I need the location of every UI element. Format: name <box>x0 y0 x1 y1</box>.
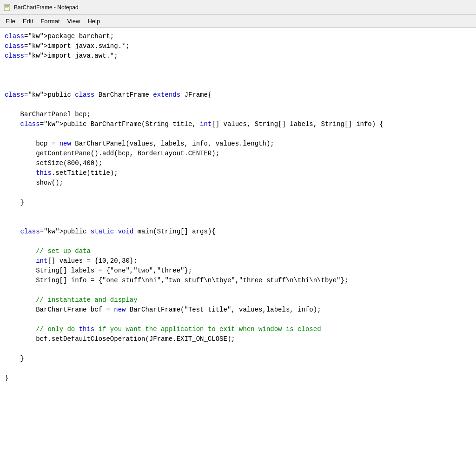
code-line: class="kw">import javax.swing.*; <box>5 41 471 51</box>
menu-bar: File Edit Format View Help <box>0 15 476 28</box>
svg-rect-2 <box>5 6 9 7</box>
code-line <box>5 217 471 227</box>
code-line: // instantiate and display <box>5 295 471 305</box>
code-line: String[] labels = {"one","two","three"}; <box>5 266 471 276</box>
code-line <box>5 315 471 325</box>
code-line: int[] values = {10,20,30}; <box>5 256 471 266</box>
svg-rect-1 <box>5 5 9 6</box>
code-line: String[] info = {"one stuff\nhi","two st… <box>5 276 471 285</box>
code-line: // only do this if you want the applicat… <box>5 325 471 334</box>
code-line: // set up data <box>5 246 471 256</box>
code-line <box>5 188 471 198</box>
code-line <box>5 285 471 295</box>
code-line <box>5 364 471 373</box>
menu-edit[interactable]: Edit <box>19 16 37 26</box>
notepad-icon <box>4 4 11 11</box>
code-line: BarChartFrame bcf = new BarChartFrame("T… <box>5 305 471 315</box>
code-line <box>5 237 471 246</box>
menu-view[interactable]: View <box>64 16 84 26</box>
code-line: bcf.setDefaultCloseOperation(JFrame.EXIT… <box>5 334 471 344</box>
menu-format[interactable]: Format <box>37 16 63 26</box>
title-bar-text: BarChartFrame - Notepad <box>14 4 79 11</box>
code-line: } <box>5 198 471 207</box>
code-editor[interactable]: class="kw">package barchart;class="kw">i… <box>0 28 476 458</box>
code-line <box>5 344 471 354</box>
code-line: class="kw">public static void main(Strin… <box>5 227 471 237</box>
code-line <box>5 129 471 139</box>
code-line <box>5 100 471 110</box>
code-line: bcp = new BarChartPanel(values, labels, … <box>5 139 471 149</box>
code-line: class="kw">public BarChartFrame(String t… <box>5 119 471 129</box>
code-line: show(); <box>5 178 471 188</box>
code-line: } <box>5 354 471 364</box>
code-line: BarChartPanel bcp; <box>5 110 471 119</box>
menu-help[interactable]: Help <box>84 16 104 26</box>
code-line: class="kw">import java.awt.*; <box>5 51 471 61</box>
code-line: getContentPane().add(bcp, BorderLayout.C… <box>5 149 471 159</box>
code-line <box>5 71 471 80</box>
svg-rect-3 <box>5 7 8 7</box>
code-line: class="kw">public class BarChartFrame ex… <box>5 90 471 100</box>
code-line <box>5 80 471 90</box>
menu-file[interactable]: File <box>2 16 19 26</box>
code-line: } <box>5 373 471 383</box>
title-bar: BarChartFrame - Notepad <box>0 0 476 15</box>
code-line: class="kw">package barchart; <box>5 32 471 41</box>
code-line <box>5 207 471 217</box>
code-line: this.setTitle(title); <box>5 168 471 178</box>
code-line <box>5 61 471 71</box>
code-line: setSize(800,400); <box>5 159 471 168</box>
